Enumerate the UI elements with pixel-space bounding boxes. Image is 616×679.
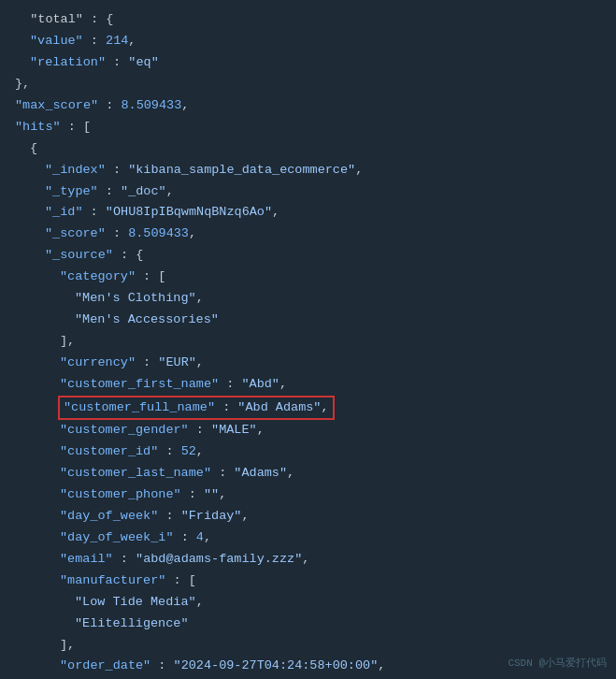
code-line: "customer_phone" : "", bbox=[7, 484, 616, 506]
code-block: "total" : {"value" : 214,"relation" : "e… bbox=[0, 0, 616, 679]
watermark: CSDN @小马爱打代码 bbox=[508, 656, 607, 670]
code-line: "Men's Accessories" bbox=[7, 310, 616, 331]
code-line: "customer_last_name" : "Adams", bbox=[7, 463, 616, 484]
code-line: "_id" : "OHU8IpIBqwmNqBNzq6Ao", bbox=[7, 202, 616, 224]
code-line: "_type" : "_doc", bbox=[7, 181, 616, 203]
code-line: }, bbox=[7, 74, 616, 95]
code-line: ], bbox=[7, 635, 616, 657]
code-line: "hits" : [ bbox=[7, 117, 616, 138]
code-line: "customer_id" : 52, bbox=[7, 441, 616, 463]
code-line: "_index" : "kibana_sample_data_ecommerce… bbox=[7, 160, 616, 181]
code-line: "max_score" : 8.509433, bbox=[7, 95, 616, 117]
code-line: "_score" : 8.509433, bbox=[7, 224, 616, 245]
code-line: "total" : { bbox=[7, 9, 616, 31]
code-line: ], bbox=[7, 331, 616, 353]
code-line: "manufacturer" : [ bbox=[7, 571, 616, 592]
code-line: "Elitelligence" bbox=[7, 614, 616, 635]
code-line: "relation" : "eq" bbox=[7, 52, 616, 74]
code-line: { bbox=[7, 138, 616, 160]
code-line: "Men's Clothing", bbox=[7, 288, 616, 310]
code-line: "day_of_week" : "Friday", bbox=[7, 506, 616, 527]
code-line: "currency" : "EUR", bbox=[7, 353, 616, 374]
code-line: "email" : "abd@adams-family.zzz", bbox=[7, 549, 616, 571]
code-line: "Low Tide Media", bbox=[7, 592, 616, 614]
code-line: "day_of_week_i" : 4, bbox=[7, 527, 616, 549]
code-line: "_source" : { bbox=[7, 245, 616, 267]
code-line: "customer_gender" : "MALE", bbox=[7, 420, 616, 441]
code-line: "customer_first_name" : "Abd", bbox=[7, 374, 616, 396]
code-line: "category" : [ bbox=[7, 267, 616, 288]
code-line: "value" : 214, bbox=[7, 31, 616, 52]
code-line: "customer_full_name" : "Abd Adams", bbox=[7, 396, 616, 420]
